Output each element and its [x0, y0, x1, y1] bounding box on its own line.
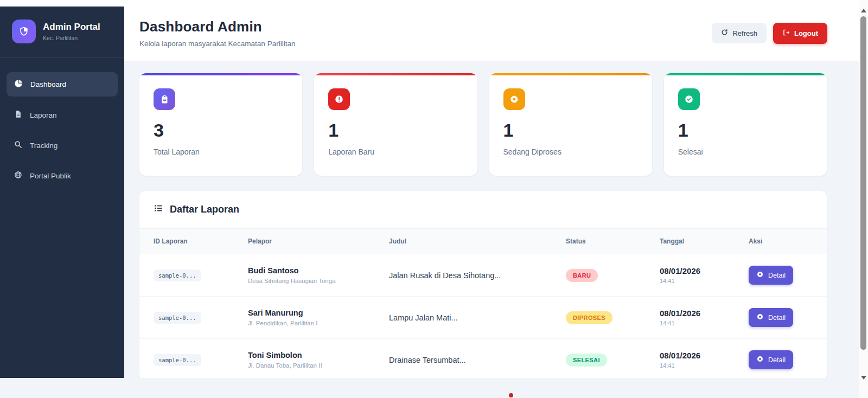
stat-accent-bar — [139, 73, 302, 75]
column-header-aksi: Aksi — [749, 237, 827, 245]
column-header-tanggal: Tanggal — [660, 237, 749, 245]
stat-card-laporan-baru: 1 Laporan Baru — [314, 73, 477, 176]
report-date: 08/01/2026 — [660, 351, 749, 360]
detail-button[interactable]: Detail — [749, 266, 793, 285]
content-area: 3 Total Laporan 1 Laporan Baru — [124, 61, 859, 378]
alert-circle-icon — [328, 88, 350, 110]
sidebar-item-tracking[interactable]: Tracking — [7, 133, 118, 157]
check-circle-icon — [678, 88, 700, 110]
report-title: Lampu Jalan Mati... — [389, 313, 566, 322]
brand-text: Admin Portal Kec. Parlilitan — [43, 22, 100, 41]
refresh-icon — [721, 29, 728, 37]
reporter-address: Jl. Pendidikan, Parlilitan I — [248, 320, 389, 326]
sidebar-item-label: Laporan — [30, 111, 57, 119]
report-time: 14:41 — [660, 362, 749, 369]
sidebar-item-label: Dashboard — [30, 80, 66, 88]
reporter-address: Desa Sihotang Hasugian Tonga — [248, 278, 389, 284]
admin-portal-app: Admin Portal Kec. Parlilitan Dashboard L… — [0, 7, 859, 378]
eye-icon — [756, 355, 764, 364]
report-time: 14:41 — [660, 278, 749, 284]
table-title-row: Daftar Laporan — [139, 191, 827, 228]
document-icon — [14, 110, 22, 120]
stats-grid: 3 Total Laporan 1 Laporan Baru — [139, 73, 827, 176]
clipboard-icon — [154, 88, 175, 110]
pie-chart-icon — [14, 79, 23, 89]
eye-icon — [756, 271, 764, 280]
stat-label: Laporan Baru — [328, 147, 463, 156]
scrollbar-down-arrow-icon[interactable] — [861, 376, 866, 380]
brand-title: Admin Portal — [43, 22, 100, 33]
red-dot — [509, 393, 513, 397]
status-badge: DIPROSES — [566, 311, 612, 324]
reporter-name: Sari Manurung — [248, 309, 389, 317]
stat-value: 1 — [678, 121, 813, 139]
topbar-heading: Dashboard Admin Kelola laporan masyaraka… — [139, 18, 295, 48]
column-header-judul: Judul — [389, 237, 566, 245]
table-title: Daftar Laporan — [170, 204, 239, 215]
globe-icon — [14, 171, 22, 181]
status-badge: SELESAI — [566, 354, 607, 367]
detail-button-label: Detail — [768, 356, 786, 364]
stat-value: 3 — [154, 121, 288, 139]
stat-card-sedang-diproses: 1 Sedang Diproses — [489, 73, 652, 176]
report-title: Jalan Rusak di Desa Sihotang... — [389, 271, 566, 280]
stat-value: 1 — [328, 121, 463, 139]
gear-icon — [503, 88, 525, 110]
status-badge: BARU — [566, 269, 598, 282]
table-row: sample-0... Budi Santoso Desa Sihotang H… — [139, 254, 827, 297]
stat-value: 1 — [503, 121, 638, 139]
stat-label: Total Laporan — [154, 147, 288, 156]
stat-card-selesai: 1 Selesai — [664, 73, 827, 176]
stat-accent-bar — [314, 73, 477, 75]
report-id: sample-0... — [154, 312, 201, 324]
vertical-scrollbar[interactable] — [859, 0, 868, 398]
report-id: sample-0... — [154, 269, 201, 281]
column-header-status: Status — [566, 237, 660, 245]
table-header-row: ID Laporan Pelapor Judul Status Tanggal … — [139, 228, 827, 254]
refresh-button[interactable]: Refresh — [712, 23, 767, 43]
brand: Admin Portal Kec. Parlilitan — [0, 7, 124, 58]
column-header-pelapor: Pelapor — [248, 237, 389, 245]
sidebar-item-laporan[interactable]: Laporan — [7, 103, 118, 127]
sidebar: Admin Portal Kec. Parlilitan Dashboard L… — [0, 7, 124, 378]
report-date: 08/01/2026 — [660, 266, 749, 275]
stat-label: Sedang Diproses — [503, 147, 638, 156]
logout-button[interactable]: Logout — [773, 23, 827, 44]
reporter-name: Toni Simbolon — [248, 351, 389, 360]
topbar-actions: Refresh Logout — [712, 23, 827, 44]
reporter-address: Jl. Danau Toba, Parlilitan II — [248, 362, 389, 369]
logout-button-label: Logout — [794, 29, 818, 37]
page-title: Dashboard Admin — [139, 18, 295, 35]
topbar: Dashboard Admin Kelola laporan masyaraka… — [124, 7, 859, 61]
scrollbar-up-arrow-icon[interactable] — [861, 9, 866, 12]
eye-icon — [756, 313, 764, 322]
detail-button[interactable]: Detail — [749, 350, 793, 369]
detail-button[interactable]: Detail — [749, 308, 793, 327]
main-area: Dashboard Admin Kelola laporan masyaraka… — [124, 7, 859, 378]
sidebar-item-label: Tracking — [30, 142, 58, 150]
table-row: sample-0... Toni Simbolon Jl. Danau Toba… — [139, 339, 827, 378]
stat-accent-bar — [664, 73, 827, 75]
report-title: Drainase Tersumbat... — [389, 356, 566, 364]
shield-icon — [12, 20, 36, 43]
sidebar-nav: Dashboard Laporan Tracking — [0, 58, 124, 202]
report-time: 14:41 — [660, 320, 749, 326]
detail-button-label: Detail — [768, 314, 786, 322]
sidebar-item-dashboard[interactable]: Dashboard — [7, 72, 118, 97]
detail-button-label: Detail — [768, 272, 786, 279]
search-icon — [14, 140, 22, 150]
footer-strip — [0, 378, 859, 398]
browser-viewport: Admin Portal Kec. Parlilitan Dashboard L… — [0, 0, 868, 398]
brand-subtitle: Kec. Parlilitan — [43, 35, 100, 41]
refresh-button-label: Refresh — [732, 29, 757, 37]
scrollbar-thumb[interactable] — [860, 16, 866, 350]
report-date: 08/01/2026 — [660, 309, 749, 318]
report-id: sample-0... — [154, 354, 201, 366]
stat-label: Selesai — [678, 147, 813, 156]
stat-card-total-laporan: 3 Total Laporan — [139, 73, 302, 176]
reporter-name: Budi Santoso — [248, 266, 389, 275]
sidebar-item-label: Portal Publik — [30, 172, 71, 180]
sidebar-item-portal-publik[interactable]: Portal Publik — [7, 164, 118, 188]
logout-icon — [782, 29, 790, 38]
list-icon — [154, 203, 163, 216]
